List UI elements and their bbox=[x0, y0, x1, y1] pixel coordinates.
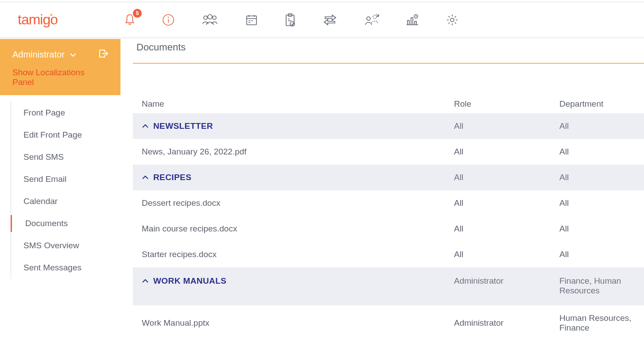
table-header-row: Name Role Department bbox=[133, 95, 644, 113]
document-role: All bbox=[454, 224, 559, 234]
chart-icon[interactable] bbox=[406, 13, 419, 27]
document-dept: All bbox=[559, 198, 635, 208]
svg-rect-1 bbox=[50, 14, 53, 16]
chevron-up-icon bbox=[142, 121, 149, 131]
document-role: All bbox=[454, 198, 559, 208]
group-role: Administrator bbox=[454, 276, 559, 286]
svg-point-4 bbox=[204, 16, 207, 19]
nav-icon-group: 5 bbox=[124, 13, 459, 27]
svg-point-12 bbox=[373, 15, 376, 19]
group-row-work-manuals[interactable]: WORK MANUALS Administrator Finance, Huma… bbox=[133, 267, 644, 305]
sidebar-item-send-sms[interactable]: Send SMS bbox=[11, 146, 120, 168]
group-role: All bbox=[454, 121, 559, 131]
column-header-role[interactable]: Role bbox=[454, 99, 559, 109]
svg-point-5 bbox=[208, 15, 212, 19]
document-row[interactable]: Work Manual.pptx Administrator Human Res… bbox=[133, 305, 644, 341]
group-dept: Finance, Human Resources bbox=[559, 276, 635, 296]
notification-badge: 5 bbox=[133, 9, 142, 18]
document-row[interactable]: News, January 26, 2022.pdf All All bbox=[133, 139, 644, 165]
sidebar-item-documents[interactable]: Documents bbox=[11, 212, 120, 235]
group-dept: All bbox=[559, 121, 635, 131]
people-icon[interactable] bbox=[201, 13, 219, 27]
svg-point-11 bbox=[367, 17, 370, 20]
info-icon[interactable] bbox=[162, 14, 175, 26]
sidebar-item-edit-front-page[interactable]: Edit Front Page bbox=[11, 124, 120, 146]
document-row[interactable]: Main course recipes.docx All All bbox=[133, 216, 644, 242]
sidebar-nav: Front Page Edit Front Page Send SMS Send… bbox=[11, 102, 120, 279]
svg-point-14 bbox=[450, 18, 454, 22]
document-dept: All bbox=[559, 250, 635, 259]
chevron-up-icon bbox=[142, 173, 149, 182]
document-role: All bbox=[454, 147, 559, 157]
document-name: Main course recipes.docx bbox=[142, 224, 454, 234]
sidebar-item-send-email[interactable]: Send Email bbox=[11, 168, 120, 190]
document-row[interactable]: Dessert recipes.docx All All bbox=[133, 190, 644, 216]
chevron-down-icon bbox=[69, 50, 77, 60]
show-localizations-link[interactable]: Show Localizations Panel bbox=[12, 68, 108, 87]
documents-table: Name Role Department NEWSLETTER All All … bbox=[133, 95, 644, 341]
document-name: Dessert recipes.docx bbox=[142, 198, 454, 208]
sidebar-header: Administrator Show Localizations Panel bbox=[0, 39, 120, 95]
document-role: Administrator bbox=[454, 318, 559, 328]
sidebar-item-sms-overview[interactable]: SMS Overview bbox=[11, 235, 120, 257]
gear-icon[interactable] bbox=[446, 13, 459, 27]
document-name: Starter recipes.docx bbox=[142, 250, 454, 259]
group-row-recipes[interactable]: RECIPES All All bbox=[133, 165, 644, 190]
sidebar-item-sent-messages[interactable]: Sent Messages bbox=[11, 257, 120, 279]
target-people-icon[interactable] bbox=[364, 13, 379, 27]
logout-icon[interactable] bbox=[98, 49, 108, 61]
sidebar-item-front-page[interactable]: Front Page bbox=[11, 102, 120, 124]
role-label: Administrator bbox=[12, 50, 65, 60]
document-name: News, January 26, 2022.pdf bbox=[142, 147, 454, 157]
document-dept: Human Resources, Finance bbox=[559, 313, 635, 333]
group-dept: All bbox=[559, 173, 635, 182]
document-row[interactable]: Starter recipes.docx All All bbox=[133, 242, 644, 267]
notifications-icon[interactable]: 5 bbox=[124, 13, 136, 27]
transfer-icon[interactable] bbox=[322, 15, 338, 25]
document-dept: All bbox=[559, 147, 635, 157]
top-nav: tamigo 5 bbox=[0, 2, 644, 38]
group-title: NEWSLETTER bbox=[153, 121, 213, 131]
group-row-newsletter[interactable]: NEWSLETTER All All bbox=[133, 113, 644, 139]
document-role: All bbox=[454, 250, 559, 259]
page-title: Documents bbox=[133, 39, 644, 64]
calendar-icon[interactable] bbox=[245, 14, 258, 26]
group-title: RECIPES bbox=[153, 173, 191, 182]
svg-point-3 bbox=[168, 17, 169, 18]
sidebar-item-calendar[interactable]: Calendar bbox=[11, 190, 120, 212]
chevron-up-icon bbox=[142, 276, 149, 286]
group-title: WORK MANUALS bbox=[153, 276, 226, 286]
role-selector[interactable]: Administrator bbox=[12, 49, 108, 61]
clipboard-icon[interactable] bbox=[284, 13, 296, 27]
svg-rect-7 bbox=[247, 16, 256, 25]
column-header-name[interactable]: Name bbox=[142, 99, 454, 109]
brand-logo[interactable]: tamigo bbox=[18, 12, 80, 28]
document-dept: All bbox=[559, 224, 635, 234]
document-name: Work Manual.pptx bbox=[142, 318, 454, 328]
main-content: Documents Name Role Department NEWSLETTE… bbox=[133, 39, 644, 362]
group-role: All bbox=[454, 173, 559, 182]
column-header-dept[interactable]: Department bbox=[559, 99, 635, 109]
svg-point-6 bbox=[213, 16, 216, 19]
